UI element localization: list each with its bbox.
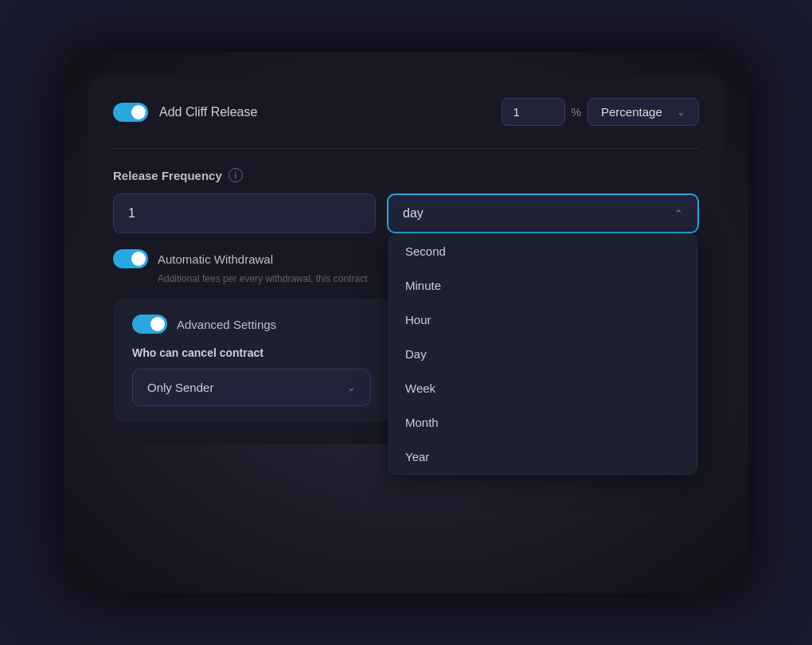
cliff-release-toggle[interactable] bbox=[113, 103, 148, 122]
dropdown-item-year[interactable]: Year bbox=[389, 440, 697, 474]
dropdown-item-month[interactable]: Month bbox=[389, 405, 697, 440]
auto-toggle-slider bbox=[113, 249, 148, 268]
cliff-release-label: Add Cliff Release bbox=[159, 105, 490, 119]
adv-toggle-slider bbox=[132, 315, 167, 334]
dropdown-item-second[interactable]: Second bbox=[389, 234, 697, 268]
release-frequency-label: Release Frequency i bbox=[113, 168, 699, 182]
cancel-selected-value: Only Sender bbox=[147, 381, 213, 394]
auto-withdrawal-toggle[interactable] bbox=[113, 249, 148, 268]
cliff-toggle-slider bbox=[113, 103, 148, 122]
cliff-number-input[interactable] bbox=[502, 98, 565, 126]
cancel-contract-dropdown[interactable]: Only Sender ⌄ bbox=[132, 369, 371, 406]
advanced-settings-toggle[interactable] bbox=[132, 315, 167, 334]
percentage-dropdown[interactable]: Percentage ⌄ bbox=[588, 98, 699, 126]
cliff-release-row: Add Cliff Release % Percentage ⌄ bbox=[113, 98, 699, 126]
cliff-input-group: % Percentage ⌄ bbox=[502, 98, 699, 126]
cancel-chevron-icon: ⌄ bbox=[347, 381, 356, 393]
frequency-chevron-icon: ⌃ bbox=[674, 208, 683, 220]
outer-wrapper: Add Cliff Release % Percentage ⌄ Release… bbox=[64, 52, 748, 593]
divider bbox=[113, 148, 699, 149]
dropdown-item-day[interactable]: Day bbox=[389, 337, 697, 371]
frequency-dropdown[interactable]: day ⌃ Second Minute Hour Day Week Month … bbox=[387, 194, 699, 233]
percentage-chevron-icon: ⌄ bbox=[677, 106, 685, 118]
auto-withdrawal-label: Automatic Withdrawal bbox=[158, 252, 273, 266]
main-card: Add Cliff Release % Percentage ⌄ Release… bbox=[88, 76, 724, 444]
dropdown-item-hour[interactable]: Hour bbox=[389, 303, 697, 337]
dropdown-item-minute[interactable]: Minute bbox=[389, 268, 697, 303]
dropdown-item-week[interactable]: Week bbox=[389, 371, 697, 405]
release-frequency-info-icon[interactable]: i bbox=[228, 168, 243, 182]
frequency-dropdown-menu: Second Minute Hour Day Week Month Year bbox=[388, 233, 697, 475]
frequency-number-input[interactable] bbox=[113, 194, 376, 233]
percentage-label: Percentage bbox=[601, 105, 662, 119]
frequency-selected-option: day bbox=[403, 206, 424, 221]
frequency-row: day ⌃ Second Minute Hour Day Week Month … bbox=[113, 194, 699, 233]
percent-symbol: % bbox=[572, 106, 581, 119]
advanced-settings-label: Advanced Settings bbox=[177, 318, 276, 331]
